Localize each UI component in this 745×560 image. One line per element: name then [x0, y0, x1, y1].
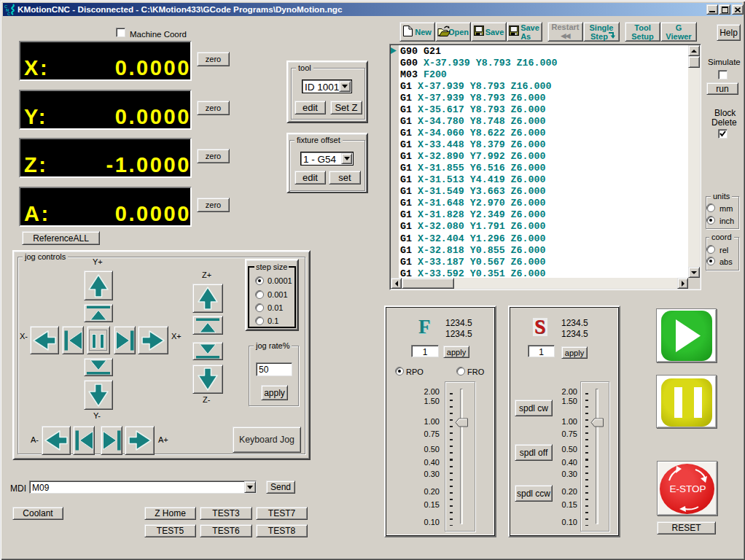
svg-text:C: C	[7, 12, 11, 15]
